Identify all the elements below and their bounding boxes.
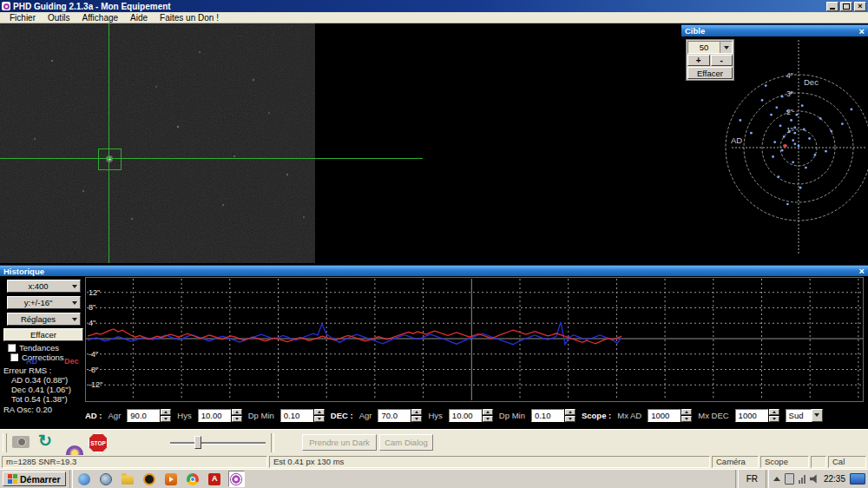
spin-down-icon[interactable] bbox=[314, 416, 325, 422]
target-scale-dropdown[interactable]: 50 bbox=[687, 41, 733, 54]
quicklaunch-pdf-icon[interactable] bbox=[207, 471, 223, 487]
svg-text:AD: AD bbox=[731, 135, 742, 145]
gamma-slider-track[interactable] bbox=[170, 442, 266, 445]
camera-icon[interactable] bbox=[12, 436, 30, 448]
spin-down-icon[interactable] bbox=[769, 416, 779, 422]
stop-icon[interactable]: STOP bbox=[89, 433, 108, 452]
spin-down-icon[interactable] bbox=[411, 416, 422, 422]
clock[interactable]: 22:35 bbox=[824, 474, 845, 484]
spin-up-icon[interactable] bbox=[161, 409, 171, 415]
close-button[interactable]: × bbox=[854, 2, 866, 11]
cible-clear-button[interactable]: Effacer bbox=[687, 67, 733, 79]
historique-close-icon[interactable]: × bbox=[859, 267, 865, 275]
spin-down-icon[interactable] bbox=[681, 416, 692, 422]
param-spinbox[interactable]: 10.00 bbox=[449, 409, 493, 422]
param-spinbox[interactable]: 1000 bbox=[735, 409, 779, 422]
spin-up-icon[interactable] bbox=[483, 409, 493, 415]
camera-image[interactable] bbox=[0, 23, 315, 263]
param-spinbox[interactable]: 1000 bbox=[648, 409, 692, 422]
menu-fichier[interactable]: Fichier bbox=[3, 13, 42, 23]
param-label: AD : bbox=[85, 411, 102, 420]
taskbar-separator bbox=[69, 470, 73, 488]
menu-faites-un-don[interactable]: Faites un Don ! bbox=[154, 13, 225, 23]
chevron-down-icon[interactable] bbox=[69, 280, 80, 292]
quicklaunch-media-icon[interactable] bbox=[141, 471, 158, 487]
zoom-out-button[interactable]: - bbox=[711, 55, 733, 66]
param-value[interactable]: 0.10 bbox=[280, 409, 313, 422]
quicklaunch-browser-icon[interactable] bbox=[76, 471, 93, 487]
param-spinbox[interactable]: 10.00 bbox=[198, 409, 242, 422]
take-dark-button[interactable]: Prendre un Dark bbox=[302, 434, 377, 451]
spin-up-icon[interactable] bbox=[314, 409, 325, 415]
show-desktop-icon[interactable] bbox=[850, 473, 865, 485]
chevron-down-icon[interactable] bbox=[720, 42, 732, 53]
status-cell: Caméra bbox=[712, 456, 759, 468]
spin-up-icon[interactable] bbox=[565, 409, 575, 415]
start-button[interactable]: Démarrer bbox=[3, 472, 66, 486]
param-value[interactable]: 70.0 bbox=[378, 409, 411, 422]
chevron-down-icon[interactable] bbox=[812, 409, 823, 422]
historique-panel-titlebar[interactable]: Historique × bbox=[0, 265, 868, 276]
param-value[interactable]: 10.00 bbox=[449, 409, 482, 422]
status-cell bbox=[811, 456, 826, 468]
restore-button[interactable] bbox=[840, 2, 852, 11]
dec-guide-mode-dropdown[interactable]: Sud bbox=[786, 409, 823, 422]
quicklaunch-phd-icon[interactable] bbox=[228, 471, 245, 487]
param-value[interactable]: 1000 bbox=[648, 409, 681, 422]
settings-dropdown[interactable]: Réglages bbox=[7, 313, 81, 326]
language-indicator[interactable]: FR bbox=[743, 474, 761, 484]
spin-up-icon[interactable] bbox=[769, 409, 779, 415]
quicklaunch-folder-icon[interactable] bbox=[120, 471, 136, 487]
status-bar: m=1285 SNR=19.3Est 0.41 px 130 msCaméraS… bbox=[0, 455, 868, 469]
zoom-in-button[interactable]: + bbox=[687, 55, 710, 66]
param-value[interactable]: 0.10 bbox=[531, 409, 564, 422]
svg-text:-4": -4" bbox=[89, 350, 98, 359]
quicklaunch-player-icon[interactable] bbox=[163, 471, 180, 487]
spin-up-icon[interactable] bbox=[411, 409, 422, 415]
volume-icon[interactable] bbox=[810, 474, 819, 484]
gamma-slider-handle[interactable] bbox=[194, 436, 201, 449]
spin-down-icon[interactable] bbox=[483, 416, 493, 422]
minimize-button[interactable] bbox=[826, 2, 838, 11]
cam-dialog-button[interactable]: Cam Dialog bbox=[379, 434, 433, 451]
param-spinbox[interactable]: 70.0 bbox=[378, 409, 422, 422]
network-signal-icon[interactable] bbox=[799, 474, 806, 484]
show-hidden-icons-icon[interactable] bbox=[773, 477, 780, 481]
menu-affichage[interactable]: Affichage bbox=[76, 13, 125, 23]
param-spinbox[interactable]: 90.0 bbox=[127, 409, 171, 422]
chevron-down-icon[interactable] bbox=[69, 313, 80, 325]
param-value[interactable]: 10.00 bbox=[198, 409, 231, 422]
spin-down-icon[interactable] bbox=[232, 416, 242, 422]
spin-down-icon[interactable] bbox=[161, 416, 171, 422]
param-value[interactable]: 1000 bbox=[735, 409, 768, 422]
title-bar[interactable]: PHD Guiding 2.1.3a - Mon Equipement × bbox=[0, 0, 868, 12]
quicklaunch-chrome-icon[interactable] bbox=[185, 471, 201, 487]
toolbar-grip[interactable] bbox=[3, 433, 7, 452]
x-scale-value: x:400 bbox=[8, 281, 69, 291]
spin-down-icon[interactable] bbox=[565, 416, 575, 422]
cible-controls: 50 + - Effacer bbox=[686, 39, 734, 81]
y-scale-dropdown[interactable]: y:+/-16" bbox=[7, 296, 81, 309]
history-clear-button[interactable]: Effacer bbox=[3, 328, 83, 341]
loop-exposures-icon[interactable]: ↻ bbox=[38, 432, 52, 450]
spin-up-icon[interactable] bbox=[681, 409, 692, 415]
corrections-checkbox[interactable] bbox=[10, 353, 18, 361]
quicklaunch-globe-icon[interactable] bbox=[98, 471, 115, 487]
param-spinbox[interactable]: 0.10 bbox=[280, 409, 325, 422]
param-value[interactable]: 90.0 bbox=[127, 409, 160, 422]
removable-device-icon[interactable] bbox=[785, 473, 794, 485]
spin-up-icon[interactable] bbox=[232, 409, 242, 415]
cible-close-icon[interactable]: × bbox=[859, 27, 865, 36]
trends-checkbox[interactable] bbox=[8, 344, 16, 352]
dec-guide-mode-value: Sud bbox=[786, 409, 812, 422]
cible-panel-titlebar[interactable]: Cible × bbox=[681, 24, 868, 36]
menu-outils[interactable]: Outils bbox=[42, 13, 76, 23]
globe-icon bbox=[100, 473, 112, 485]
param-spinbox[interactable]: 0.10 bbox=[531, 409, 575, 422]
param-label: Dp Min bbox=[499, 411, 525, 420]
status-cell: Cal bbox=[828, 456, 866, 468]
menu-aide[interactable]: Aide bbox=[124, 13, 154, 23]
svg-text:3": 3" bbox=[786, 89, 793, 98]
x-scale-dropdown[interactable]: x:400 bbox=[7, 280, 81, 293]
chevron-down-icon[interactable] bbox=[69, 297, 80, 308]
